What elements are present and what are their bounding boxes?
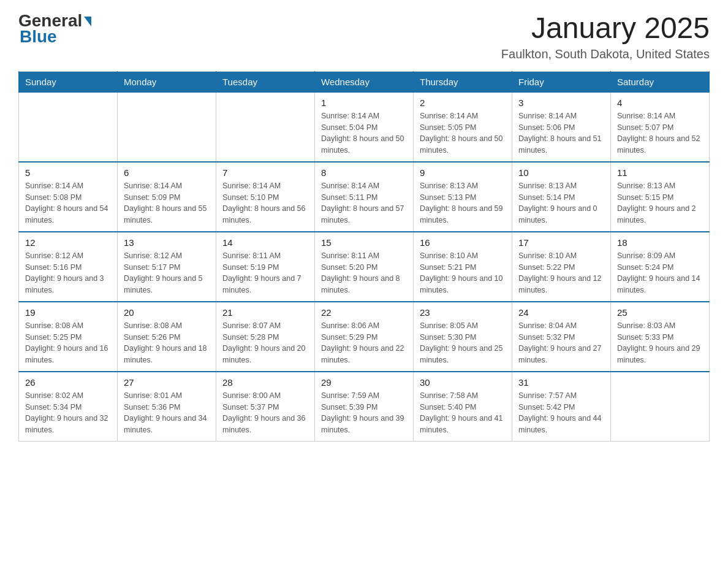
calendar-cell: 8Sunrise: 8:14 AM Sunset: 5:11 PM Daylig… bbox=[315, 162, 414, 232]
day-info: Sunrise: 8:12 AM Sunset: 5:16 PM Dayligh… bbox=[25, 250, 111, 296]
calendar-cell: 22Sunrise: 8:06 AM Sunset: 5:29 PM Dayli… bbox=[315, 302, 414, 372]
logo-blue-text: Blue bbox=[20, 27, 57, 47]
calendar-cell: 25Sunrise: 8:03 AM Sunset: 5:33 PM Dayli… bbox=[611, 302, 710, 372]
day-number: 29 bbox=[321, 377, 407, 388]
calendar-table: SundayMondayTuesdayWednesdayThursdayFrid… bbox=[18, 71, 710, 442]
day-info: Sunrise: 7:59 AM Sunset: 5:39 PM Dayligh… bbox=[321, 390, 407, 436]
calendar-cell: 28Sunrise: 8:00 AM Sunset: 5:37 PM Dayli… bbox=[216, 372, 315, 442]
day-number: 16 bbox=[420, 237, 506, 248]
calendar-cell: 27Sunrise: 8:01 AM Sunset: 5:36 PM Dayli… bbox=[118, 372, 216, 442]
column-header-tuesday: Tuesday bbox=[216, 71, 315, 92]
calendar-week-row: 5Sunrise: 8:14 AM Sunset: 5:08 PM Daylig… bbox=[19, 162, 710, 232]
day-number: 11 bbox=[617, 167, 703, 178]
day-number: 9 bbox=[420, 167, 506, 178]
day-info: Sunrise: 8:11 AM Sunset: 5:20 PM Dayligh… bbox=[321, 250, 407, 296]
column-header-saturday: Saturday bbox=[611, 71, 710, 92]
day-number: 14 bbox=[222, 237, 308, 248]
day-info: Sunrise: 7:58 AM Sunset: 5:40 PM Dayligh… bbox=[420, 390, 506, 436]
day-info: Sunrise: 8:13 AM Sunset: 5:15 PM Dayligh… bbox=[617, 180, 703, 226]
day-info: Sunrise: 8:14 AM Sunset: 5:09 PM Dayligh… bbox=[124, 180, 210, 226]
calendar-cell: 4Sunrise: 8:14 AM Sunset: 5:07 PM Daylig… bbox=[611, 92, 710, 162]
day-info: Sunrise: 8:14 AM Sunset: 5:11 PM Dayligh… bbox=[321, 180, 407, 226]
calendar-cell: 31Sunrise: 7:57 AM Sunset: 5:42 PM Dayli… bbox=[512, 372, 611, 442]
day-number: 23 bbox=[420, 307, 506, 318]
column-header-wednesday: Wednesday bbox=[315, 71, 414, 92]
day-info: Sunrise: 8:03 AM Sunset: 5:33 PM Dayligh… bbox=[617, 320, 703, 366]
day-info: Sunrise: 8:14 AM Sunset: 5:07 PM Dayligh… bbox=[617, 110, 703, 156]
calendar-cell: 29Sunrise: 7:59 AM Sunset: 5:39 PM Dayli… bbox=[315, 372, 414, 442]
calendar-cell: 19Sunrise: 8:08 AM Sunset: 5:25 PM Dayli… bbox=[19, 302, 118, 372]
calendar-week-row: 12Sunrise: 8:12 AM Sunset: 5:16 PM Dayli… bbox=[19, 232, 710, 302]
location-subtitle: Faulkton, South Dakota, United States bbox=[501, 47, 710, 61]
calendar-cell: 17Sunrise: 8:10 AM Sunset: 5:22 PM Dayli… bbox=[512, 232, 611, 302]
day-number: 31 bbox=[518, 377, 604, 388]
day-number: 1 bbox=[321, 98, 407, 108]
day-info: Sunrise: 8:09 AM Sunset: 5:24 PM Dayligh… bbox=[617, 250, 703, 296]
calendar-cell: 2Sunrise: 8:14 AM Sunset: 5:05 PM Daylig… bbox=[414, 92, 512, 162]
day-number: 5 bbox=[25, 167, 111, 178]
calendar-cell: 1Sunrise: 8:14 AM Sunset: 5:04 PM Daylig… bbox=[315, 92, 414, 162]
day-info: Sunrise: 8:02 AM Sunset: 5:34 PM Dayligh… bbox=[25, 390, 111, 436]
day-number: 8 bbox=[321, 167, 407, 178]
day-number: 30 bbox=[420, 377, 506, 388]
day-info: Sunrise: 8:14 AM Sunset: 5:10 PM Dayligh… bbox=[222, 180, 308, 226]
logo-arrow-icon bbox=[84, 17, 91, 26]
calendar-cell: 15Sunrise: 8:11 AM Sunset: 5:20 PM Dayli… bbox=[315, 232, 414, 302]
calendar-cell: 20Sunrise: 8:08 AM Sunset: 5:26 PM Dayli… bbox=[118, 302, 216, 372]
day-number: 6 bbox=[124, 167, 210, 178]
day-number: 3 bbox=[518, 98, 604, 108]
calendar-cell: 14Sunrise: 8:11 AM Sunset: 5:19 PM Dayli… bbox=[216, 232, 315, 302]
calendar-week-row: 1Sunrise: 8:14 AM Sunset: 5:04 PM Daylig… bbox=[19, 92, 710, 162]
calendar-cell: 3Sunrise: 8:14 AM Sunset: 5:06 PM Daylig… bbox=[512, 92, 611, 162]
column-header-monday: Monday bbox=[118, 71, 216, 92]
calendar-week-row: 19Sunrise: 8:08 AM Sunset: 5:25 PM Dayli… bbox=[19, 302, 710, 372]
day-number: 26 bbox=[25, 377, 111, 388]
day-info: Sunrise: 8:14 AM Sunset: 5:08 PM Dayligh… bbox=[25, 180, 111, 226]
day-info: Sunrise: 8:08 AM Sunset: 5:26 PM Dayligh… bbox=[124, 320, 210, 366]
column-header-thursday: Thursday bbox=[414, 71, 512, 92]
day-info: Sunrise: 8:04 AM Sunset: 5:32 PM Dayligh… bbox=[518, 320, 604, 366]
calendar-cell bbox=[118, 92, 216, 162]
day-info: Sunrise: 8:06 AM Sunset: 5:29 PM Dayligh… bbox=[321, 320, 407, 366]
page-header: General Blue January 2025 Faulkton, Sout… bbox=[18, 12, 710, 61]
calendar-cell: 16Sunrise: 8:10 AM Sunset: 5:21 PM Dayli… bbox=[414, 232, 512, 302]
day-info: Sunrise: 8:00 AM Sunset: 5:37 PM Dayligh… bbox=[222, 390, 308, 436]
day-info: Sunrise: 8:14 AM Sunset: 5:04 PM Dayligh… bbox=[321, 110, 407, 156]
calendar-cell: 10Sunrise: 8:13 AM Sunset: 5:14 PM Dayli… bbox=[512, 162, 611, 232]
day-info: Sunrise: 8:11 AM Sunset: 5:19 PM Dayligh… bbox=[222, 250, 308, 296]
calendar-cell: 23Sunrise: 8:05 AM Sunset: 5:30 PM Dayli… bbox=[414, 302, 512, 372]
calendar-cell: 18Sunrise: 8:09 AM Sunset: 5:24 PM Dayli… bbox=[611, 232, 710, 302]
day-number: 21 bbox=[222, 307, 308, 318]
calendar-cell: 30Sunrise: 7:58 AM Sunset: 5:40 PM Dayli… bbox=[414, 372, 512, 442]
calendar-cell: 5Sunrise: 8:14 AM Sunset: 5:08 PM Daylig… bbox=[19, 162, 118, 232]
calendar-week-row: 26Sunrise: 8:02 AM Sunset: 5:34 PM Dayli… bbox=[19, 372, 710, 442]
day-number: 24 bbox=[518, 307, 604, 318]
day-number: 13 bbox=[124, 237, 210, 248]
calendar-cell: 13Sunrise: 8:12 AM Sunset: 5:17 PM Dayli… bbox=[118, 232, 216, 302]
day-number: 28 bbox=[222, 377, 308, 388]
calendar-cell: 26Sunrise: 8:02 AM Sunset: 5:34 PM Dayli… bbox=[19, 372, 118, 442]
day-info: Sunrise: 8:05 AM Sunset: 5:30 PM Dayligh… bbox=[420, 320, 506, 366]
day-info: Sunrise: 8:10 AM Sunset: 5:22 PM Dayligh… bbox=[518, 250, 604, 296]
logo: General Blue bbox=[18, 12, 91, 47]
day-number: 10 bbox=[518, 167, 604, 178]
day-info: Sunrise: 7:57 AM Sunset: 5:42 PM Dayligh… bbox=[518, 390, 604, 436]
day-info: Sunrise: 8:13 AM Sunset: 5:14 PM Dayligh… bbox=[518, 180, 604, 226]
calendar-cell: 21Sunrise: 8:07 AM Sunset: 5:28 PM Dayli… bbox=[216, 302, 315, 372]
day-info: Sunrise: 8:08 AM Sunset: 5:25 PM Dayligh… bbox=[25, 320, 111, 366]
calendar-cell: 24Sunrise: 8:04 AM Sunset: 5:32 PM Dayli… bbox=[512, 302, 611, 372]
calendar-cell: 6Sunrise: 8:14 AM Sunset: 5:09 PM Daylig… bbox=[118, 162, 216, 232]
day-number: 27 bbox=[124, 377, 210, 388]
day-number: 7 bbox=[222, 167, 308, 178]
day-info: Sunrise: 8:10 AM Sunset: 5:21 PM Dayligh… bbox=[420, 250, 506, 296]
calendar-cell bbox=[19, 92, 118, 162]
day-number: 22 bbox=[321, 307, 407, 318]
day-number: 4 bbox=[617, 98, 703, 108]
calendar-cell bbox=[216, 92, 315, 162]
calendar-cell: 9Sunrise: 8:13 AM Sunset: 5:13 PM Daylig… bbox=[414, 162, 512, 232]
day-number: 17 bbox=[518, 237, 604, 248]
day-number: 15 bbox=[321, 237, 407, 248]
day-number: 25 bbox=[617, 307, 703, 318]
calendar-cell: 11Sunrise: 8:13 AM Sunset: 5:15 PM Dayli… bbox=[611, 162, 710, 232]
calendar-cell: 7Sunrise: 8:14 AM Sunset: 5:10 PM Daylig… bbox=[216, 162, 315, 232]
